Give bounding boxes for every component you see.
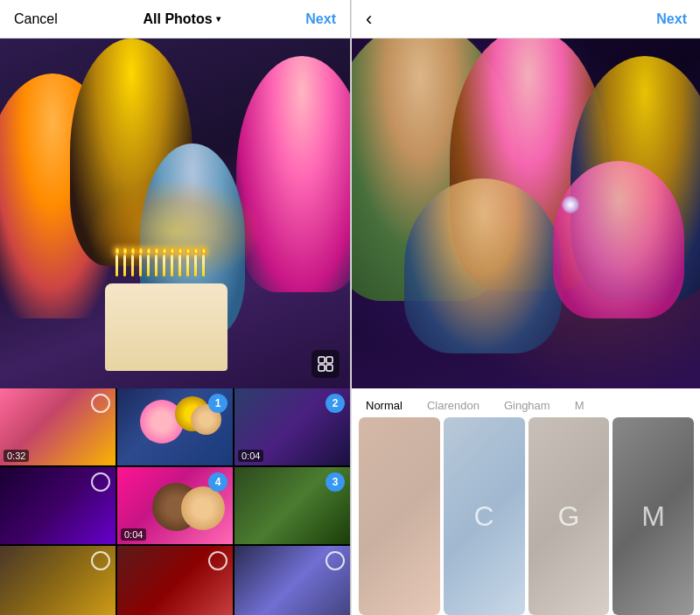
grid-cell-1[interactable]: 0:32 <box>0 388 116 465</box>
flame-3 <box>130 248 135 255</box>
candle-9 <box>178 255 181 276</box>
left-next-button[interactable]: Next <box>305 11 336 27</box>
grid-cell-7[interactable] <box>0 546 116 615</box>
person-selfie-4 <box>404 178 562 353</box>
person-right <box>236 56 350 292</box>
grid-cell-8[interactable] <box>117 546 233 615</box>
cell-6-selection-number[interactable]: 3 <box>326 472 345 492</box>
filter-thumb-clarendon[interactable]: C <box>444 417 525 615</box>
expand-button[interactable] <box>312 350 340 378</box>
chevron-down-icon: ▾ <box>216 14 220 24</box>
main-preview <box>0 38 350 388</box>
filter-thumb-moon-letter: M <box>612 417 694 615</box>
back-button[interactable]: ‹ <box>366 10 372 29</box>
filter-label-normal[interactable]: Normal <box>366 399 402 412</box>
right-panel: ‹ Next Normal Clarendon Gingham M <box>351 0 700 615</box>
filter-label-moon[interactable]: M <box>575 399 584 412</box>
filter-thumbnail-row: C G M <box>352 417 700 615</box>
flame-9 <box>178 248 182 255</box>
birthday-preview-image <box>0 38 350 388</box>
filter-thumb-clarendon-letter: C <box>444 417 525 615</box>
candle-4 <box>139 255 142 276</box>
party-preview-image <box>352 38 700 388</box>
sparkle <box>562 196 579 213</box>
filter-thumb-normal[interactable] <box>359 417 440 615</box>
svg-rect-3 <box>326 365 332 371</box>
filter-thumb-gingham[interactable]: G <box>528 417 610 615</box>
filter-strip: Normal Clarendon Gingham M C G M <box>352 388 700 615</box>
filter-label-gingham[interactable]: Gingham <box>504 399 550 412</box>
filter-thumb-moon[interactable]: M <box>612 417 694 615</box>
flame-5 <box>146 248 150 255</box>
cell-4-selection[interactable] <box>91 472 110 492</box>
candle-3 <box>131 255 134 276</box>
flame-11 <box>193 248 198 255</box>
cancel-button[interactable]: Cancel <box>14 11 58 27</box>
cell-5-duration: 0:04 <box>121 528 146 541</box>
candle-11 <box>194 255 197 276</box>
grid-cell-6[interactable]: 3 <box>234 467 350 544</box>
flame-2 <box>122 248 127 255</box>
filter-thumb-gingham-letter: G <box>528 417 610 615</box>
cell-8-selection[interactable] <box>208 551 228 570</box>
flame-10 <box>186 248 190 255</box>
filter-thumb-normal-letter <box>359 417 440 615</box>
candle-1 <box>116 255 118 276</box>
candle-8 <box>171 255 173 276</box>
left-panel: Cancel All Photos ▾ Next <box>0 0 350 615</box>
right-header: ‹ Next <box>352 0 700 38</box>
cell-1-duration: 0:32 <box>4 450 29 462</box>
candle-12 <box>202 255 205 276</box>
flame-8 <box>170 248 174 255</box>
candles <box>116 255 205 276</box>
filter-label-row: Normal Clarendon Gingham M <box>352 388 700 417</box>
person-selfie-5 <box>553 161 684 318</box>
flame-4 <box>138 248 143 255</box>
candle-5 <box>147 255 150 276</box>
flame-1 <box>115 248 119 255</box>
grid-cell-3[interactable]: 0:04 2 <box>234 388 350 465</box>
cell-3-duration: 0:04 <box>238 450 263 462</box>
cake <box>105 283 228 371</box>
right-preview <box>352 38 700 388</box>
candle-6 <box>155 255 158 276</box>
flame-12 <box>201 248 206 255</box>
candle-2 <box>123 255 126 276</box>
cell-7-selection[interactable] <box>91 551 110 570</box>
cell-3-selection-number[interactable]: 2 <box>326 394 345 413</box>
candle-10 <box>186 255 189 276</box>
filter-label-clarendon[interactable]: Clarendon <box>427 399 480 412</box>
candle-7 <box>163 255 165 276</box>
cell-5-selection-number[interactable]: 4 <box>208 472 228 492</box>
flame-6 <box>154 248 158 255</box>
svg-rect-2 <box>318 365 325 371</box>
grid-cell-4[interactable] <box>0 467 116 544</box>
flame-7 <box>162 248 166 255</box>
grid-cell-2[interactable]: 1 <box>117 388 233 465</box>
cell-2-selection-number[interactable]: 1 <box>208 394 228 413</box>
photo-grid: 0:32 1 0:04 2 <box>0 388 350 615</box>
grid-cell-5[interactable]: 0:04 4 <box>117 467 233 544</box>
right-next-button[interactable]: Next <box>656 11 687 27</box>
cell-9-selection[interactable] <box>326 551 345 570</box>
svg-rect-1 <box>326 357 332 363</box>
svg-rect-0 <box>318 357 325 363</box>
left-header: Cancel All Photos ▾ Next <box>0 0 350 38</box>
album-title-label: All Photos <box>144 11 213 27</box>
album-title-button[interactable]: All Photos ▾ <box>144 11 220 27</box>
cell-1-selection[interactable] <box>91 394 110 413</box>
grid-cell-9[interactable] <box>234 546 350 615</box>
